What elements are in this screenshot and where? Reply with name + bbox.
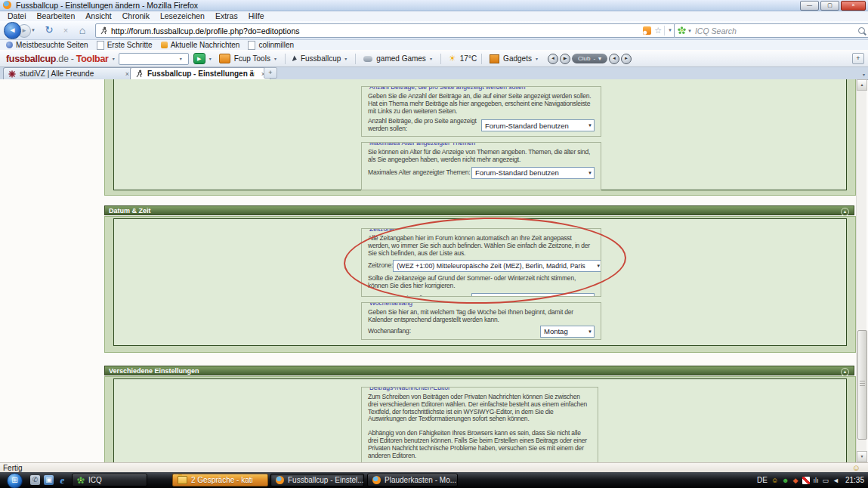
- fieldset-text: Geben Sie die Anzahl der Beiträge an, di…: [368, 93, 595, 115]
- url-dropdown-icon[interactable]: ▼: [664, 26, 672, 36]
- bookmark-meistbesuchte[interactable]: Meistbesuchte Seiten: [4, 41, 94, 49]
- temperature-label[interactable]: 17°C: [460, 54, 477, 63]
- menu-ansicht[interactable]: Ansicht: [80, 11, 116, 21]
- bookmark-label: Erste Schritte: [107, 41, 153, 49]
- tray-icq-smiley-icon[interactable]: ☺: [771, 477, 778, 484]
- taskbar-clock[interactable]: 21:35: [845, 476, 864, 484]
- bookmark-colinmillen[interactable]: colinmillen: [246, 41, 300, 50]
- icq-flower-icon: [77, 477, 85, 484]
- brand-dropdown-icon[interactable]: ▾: [113, 56, 115, 61]
- fieldset-text: Abhängig von den Fähigkeiten Ihres Brows…: [368, 430, 592, 459]
- search-engine-dropdown-icon[interactable]: ▼: [687, 29, 692, 33]
- taskbar-button-gespraeche[interactable]: 2 Gespräche - kati: [172, 474, 268, 486]
- scroll-up-button[interactable]: ▲: [857, 79, 867, 91]
- taskbar-button-fussballcup[interactable]: Fussballcup - Einstel...: [270, 474, 364, 486]
- wochenanfang-fieldset: Wochenanfang Geben Sie hier an, mit welc…: [361, 302, 601, 340]
- weather-sun-icon: ☀: [449, 54, 456, 63]
- chat-folder-icon: [178, 476, 187, 484]
- history-dropdown-icon[interactable]: ▼: [31, 28, 36, 32]
- taskbar-button-plauderkasten[interactable]: Plauderkasten - Mo...: [367, 474, 458, 486]
- gadgets-dropdown-icon[interactable]: ▾: [536, 56, 538, 61]
- field-label: Anzahl Beiträge, die pro Seite angezeigt…: [368, 118, 481, 133]
- collapse-section-icon[interactable]: ▲: [841, 368, 849, 376]
- close-button[interactable]: ×: [841, 1, 866, 11]
- tray-status-icon[interactable]: ☻: [782, 477, 789, 484]
- wochenanfang-select[interactable]: Montag ▼: [540, 326, 595, 338]
- toolbar-add-button[interactable]: +: [852, 53, 864, 64]
- scroll-down-button[interactable]: ▼: [857, 451, 867, 462]
- tab-studivz[interactable]: studiVZ | Alle Freunde ×: [3, 67, 134, 79]
- fcup-tools-dropdown-icon[interactable]: ▾: [274, 56, 276, 61]
- quick-launch-contact-icon[interactable]: ✆: [30, 475, 40, 485]
- back-button[interactable]: ◄: [4, 22, 21, 39]
- toolbar-search-dropdown-icon[interactable]: ▾: [180, 56, 182, 61]
- firefox-icon: [276, 476, 284, 484]
- rss-feed-icon[interactable]: [643, 26, 651, 35]
- tray-display-icon[interactable]: ▭: [823, 477, 829, 484]
- bookmark-erste-schritte[interactable]: Erste Schritte: [94, 41, 159, 50]
- taskbar-button-label: Fussballcup - Einstel...: [288, 476, 364, 484]
- reload-button[interactable]: ↻: [42, 23, 56, 37]
- tab-list-dropdown-icon[interactable]: ▾: [863, 72, 865, 77]
- player-play-button[interactable]: ▶: [560, 54, 570, 64]
- toolbar-search-input[interactable]: ▾: [119, 53, 189, 65]
- keyboard-language-indicator[interactable]: DE: [757, 476, 768, 484]
- menu-chronik[interactable]: Chronik: [117, 11, 155, 21]
- vertical-scrollbar[interactable]: ▲ ▼: [856, 79, 866, 462]
- fussballcup-favicon: [135, 69, 144, 78]
- gadgets-menu[interactable]: Gadgets: [503, 54, 532, 63]
- section-title: Datum & Zeit: [109, 207, 151, 215]
- scrollbar-thumb[interactable]: [857, 330, 867, 440]
- taskbar-button-icq[interactable]: ICQ: [72, 474, 147, 486]
- menu-lesezeichen[interactable]: Lesezeichen: [155, 11, 210, 21]
- fussballcup-dropdown-icon[interactable]: ▾: [344, 56, 347, 61]
- bookmark-star-icon[interactable]: ☆: [654, 26, 662, 35]
- player-volume-down-button[interactable]: ◄: [609, 54, 619, 64]
- search-icon[interactable]: [858, 27, 865, 34]
- tray-volume-icon[interactable]: ◄: [832, 477, 839, 484]
- fussballcup-menu[interactable]: Fussballcup: [301, 54, 341, 63]
- gamed-games-dropdown-icon[interactable]: ▾: [430, 56, 432, 61]
- navigation-toolbar: ◄ ► ▼ ↻ × ⌂ http://forum.fussballcup.de/…: [0, 21, 868, 40]
- minimize-button[interactable]: —: [800, 1, 819, 11]
- tab-close-icon[interactable]: ×: [125, 70, 129, 78]
- search-input[interactable]: ICQ Search: [695, 26, 858, 36]
- collapse-section-icon[interactable]: ▲: [841, 208, 849, 216]
- beitraege-pro-seite-select[interactable]: Forum-Standard benutzen ▼: [481, 119, 595, 131]
- menu-extras[interactable]: Extras: [210, 11, 243, 21]
- home-button[interactable]: ⌂: [76, 23, 89, 37]
- tab-fussballcup[interactable]: Fussballcup - Einstellungen ändern ×: [130, 67, 270, 79]
- icq-flower-icon: [678, 26, 686, 35]
- play-dropdown-icon[interactable]: ▾: [209, 56, 212, 61]
- restore-button[interactable]: ▢: [820, 1, 839, 11]
- gamed-games-menu[interactable]: gamed Games: [376, 54, 426, 63]
- new-tab-button[interactable]: +: [264, 67, 277, 79]
- quick-launch-desktop-icon[interactable]: ▣: [44, 475, 54, 485]
- tray-network-icon[interactable]: ılı: [814, 477, 819, 484]
- player-display[interactable]: Club - ▾: [572, 54, 607, 63]
- search-box[interactable]: ▼ ICQ Search: [674, 23, 868, 38]
- player-dropdown-icon[interactable]: ▾: [598, 54, 601, 63]
- toolbar-brand: fussballcup.de - Toolbar: [6, 54, 109, 64]
- window-controls: — ▢ ×: [800, 1, 866, 11]
- tray-no-signal-icon[interactable]: [802, 477, 810, 484]
- tray-megaphone-icon[interactable]: ◆: [793, 477, 798, 484]
- player-prev-button[interactable]: ◄: [548, 54, 558, 64]
- fcup-tools-menu[interactable]: Fcup Tools: [234, 54, 270, 63]
- bookmark-aktuelle-nachrichten[interactable]: Aktuelle Nachrichten: [159, 41, 246, 49]
- site-favicon: [100, 26, 108, 35]
- maximales-alter-select[interactable]: Forum-Standard benutzen ▼: [471, 167, 595, 179]
- quick-launch-ie-icon[interactable]: e: [57, 475, 67, 485]
- play-button[interactable]: ▶: [193, 53, 205, 64]
- menu-datei[interactable]: Datei: [2, 11, 32, 21]
- menu-bearbeiten[interactable]: Bearbeiten: [32, 11, 81, 21]
- url-bar[interactable]: http://forum.fussballcup.de/profile.php?…: [95, 23, 675, 38]
- stop-button[interactable]: ×: [59, 23, 73, 37]
- media-icon[interactable]: [219, 54, 230, 63]
- fieldset-legend: Beitrags-/Nachrichten-Editor: [367, 387, 453, 391]
- start-button[interactable]: ⊞: [7, 473, 23, 488]
- studivz-favicon: [8, 70, 16, 78]
- url-text[interactable]: http://forum.fussballcup.de/profile.php?…: [111, 26, 643, 36]
- player-volume-up-button[interactable]: ►: [621, 54, 632, 64]
- menu-hilfe[interactable]: Hilfe: [243, 11, 270, 21]
